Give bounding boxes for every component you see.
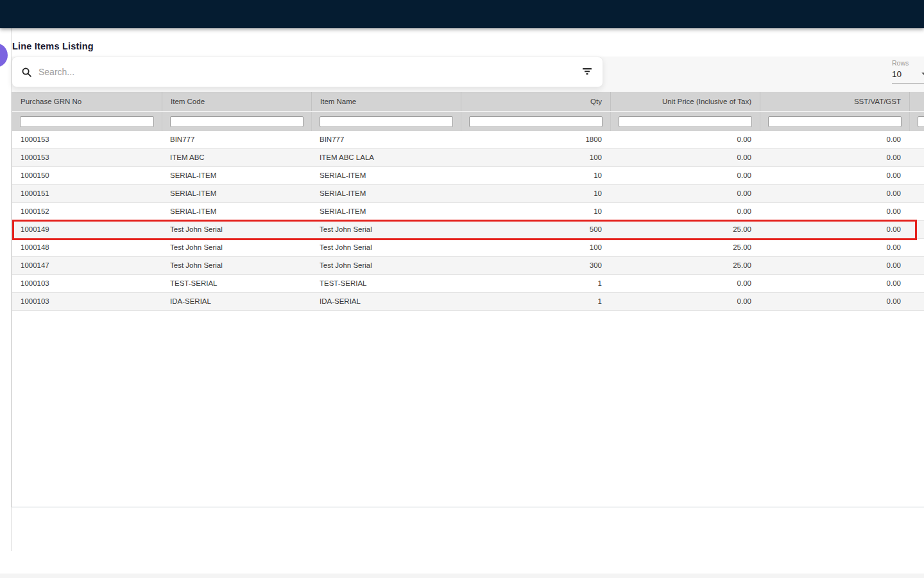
- cell-purchase_grn_no: 1000152: [12, 203, 162, 220]
- cell-item_name: Test John Serial: [311, 221, 461, 238]
- column-header-extra: [909, 92, 924, 111]
- floating-action-button[interactable]: [0, 43, 8, 67]
- cell-extra: [909, 149, 924, 166]
- column-header-unit_price: Unit Price (Inclusive of Tax): [610, 92, 760, 111]
- table-row[interactable]: 1000152SERIAL-ITEMSERIAL-ITEM100.000.00: [12, 203, 924, 221]
- cell-sst_vat_gst: 0.00: [760, 221, 909, 238]
- search-icon: [21, 67, 32, 78]
- cell-unit_price: 25.00: [610, 221, 760, 238]
- chevron-down-icon: [921, 73, 924, 76]
- top-bar: [0, 0, 924, 28]
- table-row[interactable]: 1000151SERIAL-ITEMSERIAL-ITEM100.000.00: [12, 185, 924, 203]
- cell-sst_vat_gst: 0.00: [760, 149, 909, 166]
- cell-sst_vat_gst: 0.00: [760, 167, 909, 184]
- table-row[interactable]: 1000153ITEM ABCITEM ABC LALA1000.000.00: [12, 149, 924, 167]
- filter-input-item_name[interactable]: [320, 116, 453, 127]
- cell-sst_vat_gst: 0.00: [760, 185, 909, 202]
- cell-item_name: TEST-SERIAL: [311, 275, 461, 292]
- column-header-sst_vat_gst: SST/VAT/GST: [760, 92, 909, 111]
- cell-extra: [909, 203, 924, 220]
- search-card: [12, 57, 603, 87]
- filter-row: [12, 111, 924, 131]
- page-title: Line Items Listing: [12, 41, 94, 51]
- cell-item_code: SERIAL-ITEM: [162, 167, 311, 184]
- cell-qty: 500: [461, 221, 610, 238]
- column-header-item_code: Item Code: [162, 92, 311, 111]
- cell-unit_price: 0.00: [610, 203, 760, 220]
- filter-cell-item_name: [311, 112, 461, 131]
- filter-input-purchase_grn_no[interactable]: [20, 116, 154, 127]
- line-items-table: Purchase GRN NoItem CodeItem NameQtyUnit…: [12, 92, 924, 507]
- cell-qty: 10: [461, 185, 610, 202]
- rows-per-page-select[interactable]: Rows 10: [892, 59, 924, 83]
- table-row[interactable]: 1000149Test John SerialTest John Serial5…: [12, 221, 924, 239]
- filter-cell-purchase_grn_no: [12, 112, 162, 131]
- cell-item_name: Test John Serial: [311, 257, 461, 274]
- filter-input-extra[interactable]: [918, 116, 924, 127]
- cell-item_name: SERIAL-ITEM: [311, 185, 461, 202]
- cell-unit_price: 25.00: [610, 239, 760, 256]
- cell-unit_price: 0.00: [610, 185, 760, 202]
- column-header-purchase_grn_no: Purchase GRN No: [12, 92, 162, 111]
- cell-item_code: Test John Serial: [162, 221, 311, 238]
- cell-item_code: BIN777: [162, 131, 311, 148]
- table-body: 1000153BIN777BIN77718000.000.001000153IT…: [12, 131, 924, 311]
- header-row: Purchase GRN NoItem CodeItem NameQtyUnit…: [12, 92, 924, 111]
- cell-item_name: ITEM ABC LALA: [311, 149, 461, 166]
- cell-purchase_grn_no: 1000151: [12, 185, 162, 202]
- cell-item_code: Test John Serial: [162, 239, 311, 256]
- cell-purchase_grn_no: 1000148: [12, 239, 162, 256]
- cell-extra: [909, 293, 924, 310]
- filter-input-sst_vat_gst[interactable]: [768, 116, 902, 127]
- cell-item_name: Test John Serial: [311, 239, 461, 256]
- cell-extra: [909, 185, 924, 202]
- cell-item_name: SERIAL-ITEM: [311, 167, 461, 184]
- filter-button[interactable]: [579, 64, 595, 80]
- filter-input-item_code[interactable]: [170, 116, 304, 127]
- cell-qty: 1: [461, 275, 610, 292]
- filter-cell-extra: [909, 112, 924, 131]
- cell-sst_vat_gst: 0.00: [760, 203, 909, 220]
- cell-extra: [909, 131, 924, 148]
- cell-purchase_grn_no: 1000153: [12, 149, 162, 166]
- cell-purchase_grn_no: 1000150: [12, 167, 162, 184]
- search-input[interactable]: [37, 66, 579, 78]
- cell-sst_vat_gst: 0.00: [760, 275, 909, 292]
- filter-input-qty[interactable]: [469, 116, 603, 127]
- cell-purchase_grn_no: 1000147: [12, 257, 162, 274]
- cell-extra: [909, 275, 924, 292]
- table-row[interactable]: 1000148Test John SerialTest John Serial1…: [12, 239, 924, 257]
- cell-qty: 10: [461, 203, 610, 220]
- cell-item_code: SERIAL-ITEM: [162, 185, 311, 202]
- cell-qty: 10: [461, 167, 610, 184]
- cell-extra: [909, 167, 924, 184]
- cell-extra: [909, 239, 924, 256]
- cell-qty: 1800: [461, 131, 610, 148]
- cell-unit_price: 0.00: [610, 275, 760, 292]
- rows-label: Rows: [892, 59, 924, 67]
- cell-unit_price: 0.00: [610, 293, 760, 310]
- table-row[interactable]: 1000153BIN777BIN77718000.000.00: [12, 131, 924, 149]
- column-header-item_name: Item Name: [311, 92, 461, 111]
- cell-qty: 300: [461, 257, 610, 274]
- cell-qty: 100: [461, 149, 610, 166]
- filter-cell-item_code: [162, 112, 311, 131]
- cell-unit_price: 0.00: [610, 149, 760, 166]
- table-row[interactable]: 1000147Test John SerialTest John Serial3…: [12, 257, 924, 275]
- cell-item_name: IDA-SERIAL: [311, 293, 461, 310]
- filter-input-unit_price[interactable]: [619, 116, 752, 127]
- cell-unit_price: 25.00: [610, 257, 760, 274]
- cell-extra: [909, 221, 924, 238]
- cell-sst_vat_gst: 0.00: [760, 257, 909, 274]
- table-row[interactable]: 1000103TEST-SERIALTEST-SERIAL10.000.00: [12, 275, 924, 293]
- filter-cell-qty: [461, 112, 610, 131]
- cell-purchase_grn_no: 1000103: [12, 275, 162, 292]
- cell-item_name: BIN777: [311, 131, 461, 148]
- filter-cell-unit_price: [610, 112, 760, 131]
- rows-value: 10: [892, 69, 902, 79]
- table-row[interactable]: 1000150SERIAL-ITEMSERIAL-ITEM100.000.00: [12, 167, 924, 185]
- cell-item_name: SERIAL-ITEM: [311, 203, 461, 220]
- cell-item_code: ITEM ABC: [162, 149, 311, 166]
- cell-purchase_grn_no: 1000149: [12, 221, 162, 238]
- table-row[interactable]: 1000103IDA-SERIALIDA-SERIAL10.000.00: [12, 293, 924, 311]
